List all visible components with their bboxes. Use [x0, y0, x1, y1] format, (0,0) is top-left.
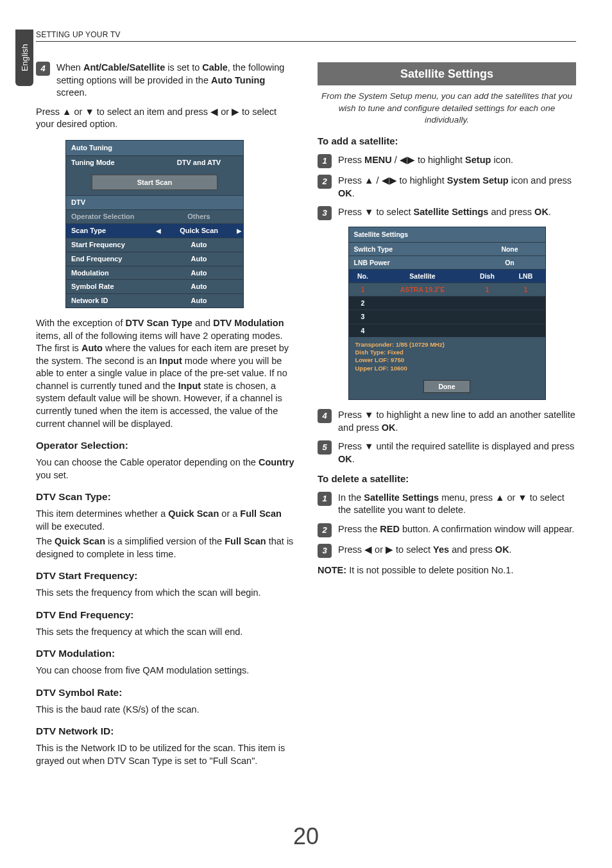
satellite-settings-osd: Satellite Settings Switch Type None LNB …: [348, 227, 546, 400]
text-bold: OK: [338, 454, 352, 464]
text-bold: Full Scan: [240, 508, 281, 519]
text: or a: [219, 508, 240, 519]
text-bold: Country: [259, 457, 294, 467]
osd-row-network-id[interactable]: Network ID Auto: [66, 293, 243, 308]
para-symbol-rate: This is the baud rate (KS/s) of the scan…: [36, 704, 294, 716]
info-lower-lof: Lower LOF: 9750: [355, 356, 539, 364]
cell-dish: [468, 297, 507, 309]
osd-label: LNB Power: [349, 256, 475, 269]
auto-tuning-osd: Auto Tuning Tuning Mode DTV and ATV Star…: [65, 140, 244, 308]
osd-title: Satellite Settings: [349, 227, 545, 241]
osd-row-scan-type[interactable]: Scan Type ◀ Quick Scan ▶: [66, 223, 243, 238]
osd-section-dtv: DTV: [66, 195, 243, 209]
left-arrow-icon[interactable]: ◀: [155, 224, 162, 238]
right-arrow-icon: ▶: [386, 544, 393, 555]
osd-label: Symbol Rate: [66, 280, 155, 293]
osd-row-symbol-rate[interactable]: Symbol Rate Auto: [66, 279, 243, 293]
osd-table-row-1[interactable]: 1 ASTRA 19.2˚E 1 1: [349, 282, 545, 296]
osd-value: Auto: [155, 280, 243, 293]
text: to highlight a new line to add an anothe…: [338, 410, 575, 433]
step-marker-1: 1: [318, 492, 332, 506]
text: screen.: [56, 87, 87, 98]
text-bold: Satellite Settings: [414, 207, 489, 217]
text: or: [504, 492, 518, 503]
osd-label: Modulation: [66, 266, 155, 280]
del-step-3-body: Press ◀ or ▶ to select Yes and press OK.: [338, 544, 576, 558]
page-number: 20: [0, 821, 612, 853]
right-arrow-icon[interactable]: ▶: [235, 224, 243, 238]
col-lnb: LNB: [507, 270, 545, 282]
osd-row-tuning-mode[interactable]: Tuning Mode DTV and ATV: [66, 155, 243, 169]
text: Press: [338, 410, 364, 420]
osd-value: On: [475, 256, 545, 269]
text: is set to: [165, 62, 202, 73]
text: will be executed.: [36, 521, 105, 532]
text: and press: [449, 544, 495, 555]
text-bold: Auto: [81, 343, 103, 353]
cell-no: 2: [349, 297, 377, 309]
heading-dtv-network-id: DTV Network ID:: [36, 725, 294, 738]
text: menu, press: [439, 492, 495, 503]
osd-label: Tuning Mode: [66, 156, 155, 169]
add-step-3: 3 Press ▼ to select Satellite Settings a…: [318, 206, 576, 220]
body-paragraph: With the exception of DTV Scan Type and …: [36, 317, 294, 430]
osd-table-row-4[interactable]: 4: [349, 324, 545, 337]
osd-value: Auto: [155, 238, 243, 252]
heading-dtv-end-frequency: DTV End Frequency:: [36, 609, 294, 622]
osd-row-operator[interactable]: Operator Selection Others: [66, 209, 243, 223]
heading-dtv-modulation: DTV Modulation:: [36, 647, 294, 661]
osd-row-lnb-power[interactable]: LNB Power On: [349, 256, 545, 269]
step-marker-3: 3: [318, 206, 332, 220]
osd-row-start-freq[interactable]: Start Frequency Auto: [66, 238, 243, 252]
text-bold: Full Scan: [225, 536, 266, 546]
step-marker-2: 2: [318, 523, 332, 537]
del-step-3: 3 Press ◀ or ▶ to select Yes and press O…: [318, 544, 576, 558]
osd-value: DTV and ATV: [155, 156, 243, 169]
up-arrow-icon: ▲: [62, 107, 71, 117]
up-arrow-icon: ▲: [364, 175, 373, 186]
add-step-2: 2 Press ▲ / ◀▶ to highlight System Setup…: [318, 175, 576, 200]
text: Press: [338, 544, 364, 555]
text-bold: Quick Scan: [168, 508, 219, 519]
text-bold: OK: [534, 207, 548, 217]
text: With the exception of: [36, 318, 125, 328]
cell-dish: [468, 310, 507, 323]
col-dish: Dish: [468, 270, 507, 282]
leftright-arrow-icon: ◀▶: [400, 155, 415, 165]
text: or: [372, 544, 386, 555]
osd-row-switch-type[interactable]: Switch Type None: [349, 242, 545, 256]
osd-label: End Frequency: [66, 252, 155, 266]
text: .: [395, 422, 398, 433]
para-modulation: You can choose from five QAM modulation …: [36, 664, 294, 677]
osd-start-scan-button[interactable]: Start Scan: [92, 175, 217, 191]
note-label: NOTE:: [318, 565, 346, 575]
cell-satellite: [377, 297, 468, 309]
osd-row-modulation[interactable]: Modulation Auto: [66, 266, 243, 280]
osd-done-button[interactable]: Done: [423, 380, 470, 393]
text: to select: [373, 207, 413, 217]
cell-no: 1: [349, 283, 377, 296]
osd-row-end-freq[interactable]: End Frequency Auto: [66, 252, 243, 266]
cell-lnb: 1: [507, 283, 545, 296]
text-bold: Cable: [202, 62, 228, 73]
text-bold: Auto Tuning: [211, 75, 265, 85]
text-bold: Setup: [465, 155, 491, 165]
step-4-press-text: Press ▲ or ▼ to select an item and press…: [36, 106, 294, 131]
osd-table-row-2[interactable]: 2: [349, 296, 545, 309]
text: and: [192, 318, 213, 328]
satellite-settings-title: Satellite Settings: [318, 62, 576, 85]
step-marker-1: 1: [318, 154, 332, 168]
text: .: [352, 454, 355, 464]
down-arrow-icon: ▼: [85, 107, 94, 117]
text: to highlight: [415, 155, 465, 165]
cell-no: 3: [349, 310, 377, 323]
text: .: [548, 207, 551, 217]
osd-table-row-3[interactable]: 3: [349, 309, 545, 323]
right-column: Satellite Settings From the System Setup…: [318, 62, 576, 817]
osd-value: Quick Scan: [162, 224, 235, 238]
osd-info: Transponder: 1/85 (10729 MHz) Dish Type:…: [349, 337, 545, 376]
step-marker-3: 3: [318, 544, 332, 558]
cell-lnb: [507, 297, 545, 309]
osd-label: Start Frequency: [66, 238, 155, 252]
down-arrow-icon: ▼: [364, 207, 373, 217]
